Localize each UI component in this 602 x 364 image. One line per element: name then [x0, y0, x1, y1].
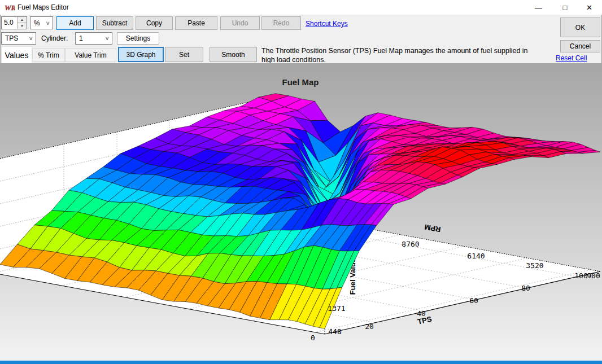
- close-button[interactable]: ✕: [577, 0, 602, 15]
- shortcut-keys-link[interactable]: Shortcut Keys: [306, 20, 348, 28]
- tab-value-trim[interactable]: Value Trim: [65, 48, 116, 62]
- svg-text:20: 20: [365, 322, 374, 331]
- subtract-button[interactable]: Subtract: [96, 16, 133, 30]
- svg-text:6140: 6140: [467, 252, 485, 260]
- ok-button[interactable]: OK: [560, 17, 600, 37]
- amount-value[interactable]: 5.0: [2, 17, 17, 29]
- tab-percent-trim[interactable]: % Trim: [32, 48, 65, 62]
- set-button[interactable]: Set: [165, 47, 203, 62]
- map-description: The Throttle Position Sensor (TPS) Fuel …: [261, 46, 555, 64]
- tab-values[interactable]: Values: [1, 46, 32, 63]
- svg-text:Fuel Map: Fuel Map: [282, 77, 319, 87]
- amount-spinner[interactable]: 5.0 ▲ ▼: [1, 16, 27, 29]
- chevron-down-icon: ˅: [29, 35, 33, 42]
- redo-button[interactable]: Redo: [261, 16, 301, 30]
- svg-text:100: 100: [574, 271, 587, 280]
- cylinder-dropdown[interactable]: 1 ˅: [75, 32, 112, 45]
- unit-dropdown[interactable]: % ˅: [30, 16, 53, 29]
- unit-selected: %: [34, 19, 40, 27]
- svg-text:448: 448: [328, 327, 341, 336]
- svg-text:WR: WR: [5, 3, 15, 12]
- window-bottom-edge: [0, 361, 602, 364]
- copy-button[interactable]: Copy: [136, 16, 173, 30]
- paste-button[interactable]: Paste: [175, 16, 217, 30]
- minimize-button[interactable]: —: [526, 0, 551, 15]
- svg-text:900: 900: [587, 271, 600, 280]
- svg-text:3520: 3520: [526, 261, 543, 270]
- undo-button[interactable]: Undo: [220, 16, 260, 30]
- cancel-button[interactable]: Cancel: [560, 40, 600, 52]
- svg-text:0: 0: [311, 334, 315, 342]
- chevron-down-icon: ˅: [46, 20, 50, 27]
- amount-spinner-arrows[interactable]: ▲ ▼: [17, 17, 27, 29]
- app-logo-icon: WR: [5, 2, 15, 12]
- window-title: Fuel Maps Editor: [18, 3, 69, 11]
- add-button[interactable]: Add: [56, 16, 94, 30]
- fuel-maps-editor-window: WR Fuel Maps Editor — □ ✕ 5.0 ▲ ▼ % ˅ Ad…: [0, 0, 602, 364]
- spinner-up-icon[interactable]: ▲: [18, 17, 27, 23]
- 3d-graph-button[interactable]: 3D Graph: [118, 47, 164, 62]
- maximize-button[interactable]: □: [552, 0, 578, 15]
- map-type-dropdown[interactable]: TPS ˅: [1, 32, 36, 45]
- svg-text:80: 80: [521, 284, 530, 292]
- svg-text:8760: 8760: [402, 240, 419, 248]
- cylinder-selected: 1: [79, 34, 83, 42]
- description-line2: high load conditions.: [261, 56, 326, 64]
- settings-button[interactable]: Settings: [117, 32, 159, 45]
- description-line1: The Throttle Position Sensor (TPS) Fuel …: [261, 47, 528, 55]
- smooth-button[interactable]: Smooth: [210, 47, 257, 62]
- fuel-map-3d-chart[interactable]: Fuel Value487606140352090002040608010044…: [0, 63, 602, 361]
- map-type-selected: TPS: [5, 34, 18, 42]
- cylinder-label: Cylinder:: [41, 34, 68, 42]
- chevron-down-icon: ˅: [106, 35, 109, 42]
- spinner-down-icon[interactable]: ▼: [18, 23, 27, 29]
- svg-text:1371: 1371: [328, 304, 345, 313]
- title-bar[interactable]: WR Fuel Maps Editor — □ ✕: [0, 0, 602, 15]
- svg-text:60: 60: [469, 296, 478, 305]
